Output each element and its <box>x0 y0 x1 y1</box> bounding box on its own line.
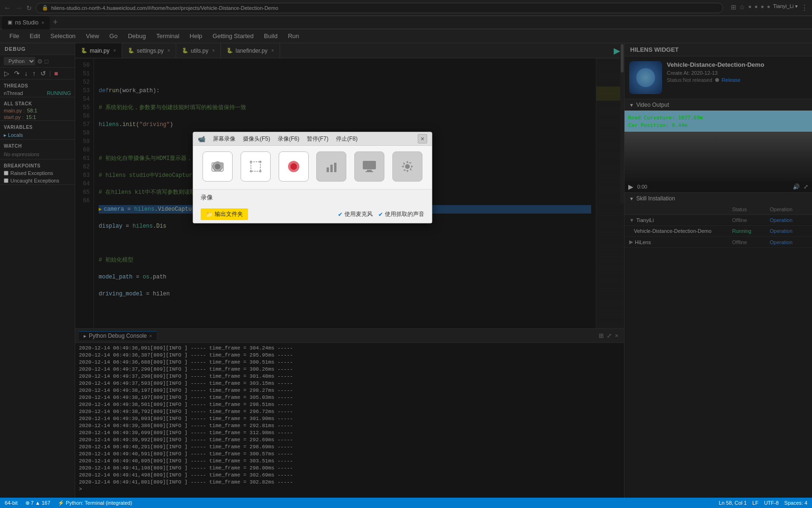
forward-icon[interactable]: → <box>15 4 23 12</box>
dialog-tool-stop[interactable]: 停止(F8) <box>336 135 358 143</box>
skill-row-vehicle-demo[interactable]: Vehicle-Distance-Detection-Demo Running … <box>625 226 812 237</box>
skill-installation-toggle[interactable]: ▼ Skill Installation <box>625 193 812 204</box>
breakpoint-raised[interactable]: Raised Exceptions <box>0 169 75 177</box>
hilens-widget-title: HILENS WIDGET <box>625 43 812 56</box>
dialog-tool-pause[interactable]: 暂停(F7) <box>307 135 328 143</box>
menu-run[interactable]: Run <box>283 31 304 41</box>
play-icon[interactable]: ▶ <box>628 183 633 190</box>
terminal-split-icon[interactable]: ⊞ <box>599 332 604 339</box>
menu-build[interactable]: Build <box>259 31 282 41</box>
release-link[interactable]: Release <box>722 77 741 83</box>
record-icon-btn[interactable] <box>279 151 309 183</box>
call2-line-num: 15:1 <box>26 114 36 120</box>
browser-tab[interactable]: ▣ ns Studio × <box>2 16 50 29</box>
terminal-scrollbar[interactable] <box>620 43 624 203</box>
hilens-chevron-icon: ▶ <box>629 239 633 245</box>
tab-lanefinder-py[interactable]: 🐍 lanefinder.py × <box>221 43 280 58</box>
reload-icon[interactable]: ↻ <box>26 4 32 12</box>
menu-help[interactable]: Help <box>185 31 207 41</box>
bookmark-icon[interactable]: ☆ <box>739 3 745 12</box>
raised-exceptions-checkbox[interactable] <box>4 171 8 175</box>
lock-icon: 🔒 <box>42 5 48 11</box>
menu-selection[interactable]: Selection <box>46 31 80 41</box>
terminal-log-line: 2020-12-14 06:49:39,093[809][INFO ] ----… <box>79 415 620 422</box>
call-item-2[interactable]: start.py : 15:1 <box>0 114 75 120</box>
stop-icon[interactable]: ■ <box>53 69 59 78</box>
skill-row-tianyili[interactable]: ▼ TianyiLi Offline Operation <box>625 215 812 226</box>
volume-icon[interactable]: 🔊 <box>793 183 800 190</box>
dialog-close-button[interactable]: × <box>418 134 427 143</box>
vehicle-demo-operation-link[interactable]: Operation <box>770 228 807 234</box>
mic-checkbox-item[interactable]: ✔ 使用麦克风 <box>338 210 373 218</box>
screen-icon-btn[interactable] <box>354 151 384 183</box>
status-errors[interactable]: ⊗ 7 ▲ 167 <box>25 500 51 506</box>
status-indicator-dot <box>715 78 719 82</box>
play-time-display: 0:00 <box>637 184 647 190</box>
menu-edit[interactable]: Edit <box>25 31 45 41</box>
breakpoints-header: BREAKPOINTS <box>0 161 75 169</box>
output-folder-button[interactable]: 📁 输出文件夹 <box>201 208 248 220</box>
terminal-close-icon[interactable]: × <box>615 332 618 339</box>
new-terminal-icon[interactable]: □ <box>45 58 48 65</box>
lanefinder-py-close-icon[interactable]: × <box>271 48 274 53</box>
breakpoint-uncaught[interactable]: Uncaught Exceptions <box>0 177 75 184</box>
fullscreen-icon[interactable]: ⤢ <box>804 183 808 190</box>
skill-row-hilens[interactable]: ▶ HiLens Offline Operation <box>625 237 812 248</box>
terminal-log-line: 2020-12-14 06:49:38,197[809][INFO ] ----… <box>79 394 620 401</box>
stats-icon-btn[interactable] <box>316 151 346 183</box>
call1-line-num: 58:1 <box>27 108 37 113</box>
menu-view[interactable]: View <box>81 31 104 41</box>
menu-terminal[interactable]: Terminal <box>151 31 184 41</box>
terminal-tab-close-icon[interactable]: × <box>149 333 152 339</box>
step-over-icon[interactable]: ↷ <box>13 69 21 78</box>
dialog-tool-camera[interactable]: 摄像头(F5) <box>243 135 270 143</box>
new-tab-button[interactable]: + <box>50 17 61 27</box>
status-python-env[interactable]: ⚡ Python: Terminal (integrated) <box>58 500 132 506</box>
restart-icon[interactable]: ↺ <box>39 69 47 78</box>
dialog-tool-screen[interactable]: 屏幕录像 <box>213 135 235 143</box>
terminal-content: 2020-12-14 06:49:36,091[809][INFO ] ----… <box>75 343 624 498</box>
tianyili-operation-link[interactable]: Operation <box>770 217 807 223</box>
utils-py-close-icon[interactable]: × <box>212 48 215 53</box>
terminal-tab-python-debug[interactable]: ▸ Python Debug Console × <box>79 331 156 340</box>
capture-checkbox-item[interactable]: ✔ 使用抓取的声音 <box>378 210 424 218</box>
svg-rect-13 <box>363 161 376 169</box>
call-item-1[interactable]: main.py : 58:1 <box>0 107 75 114</box>
call-separator: : <box>23 108 25 113</box>
menu-debug[interactable]: Debug <box>123 31 150 41</box>
video-output-toggle[interactable]: ▼ Video Output <box>625 99 812 111</box>
step-into-icon[interactable]: ↓ <box>23 69 29 78</box>
settings-py-close-icon[interactable]: × <box>167 48 170 53</box>
python-selector[interactable]: Python <box>4 57 35 65</box>
terminal-log-line: 2020-12-14 06:49:41,498[809][INFO ] ----… <box>79 472 620 479</box>
continue-icon[interactable]: ▷ <box>3 69 11 78</box>
back-icon[interactable]: ← <box>4 4 11 12</box>
vehicle-demo-name: Vehicle-Distance-Detection-Demo <box>634 228 732 234</box>
step-out-icon[interactable]: ↑ <box>31 69 37 78</box>
select-area-icon-btn[interactable] <box>241 151 271 183</box>
call-file-2: start.py <box>4 114 21 120</box>
menu-dots-icon[interactable]: ⋮ <box>801 3 808 12</box>
dialog-icon-row <box>193 146 432 190</box>
tab-close-icon[interactable]: × <box>41 20 44 25</box>
divider: | <box>49 70 51 77</box>
screen-record-dialog[interactable]: 📹 屏幕录像 摄像头(F5) 录像(F6) 暂停(F7) 停止(F8) × <box>193 132 432 223</box>
locals-label[interactable]: ▸ Locals <box>4 132 23 138</box>
tab-utils-py[interactable]: 🐍 utils.py × <box>176 43 221 58</box>
tab-settings-py[interactable]: 🐍 settings.py × <box>122 43 176 58</box>
menu-go[interactable]: Go <box>105 31 122 41</box>
tab-main-py[interactable]: 🐍 main.py × <box>75 43 122 58</box>
menu-file[interactable]: File <box>5 31 24 41</box>
camera-icon-btn[interactable] <box>203 151 233 183</box>
settings-gear-icon[interactable]: ⚙ <box>37 58 43 65</box>
terminal-maximize-icon[interactable]: ⤢ <box>607 332 612 339</box>
menu-getting-started[interactable]: Getting Started <box>208 31 258 41</box>
run-button[interactable]: ▶ <box>614 46 620 56</box>
hilens-operation-link[interactable]: Operation <box>770 239 807 245</box>
video-output-section: ▼ Video Output Road Curvature: 1037.69m … <box>625 99 812 193</box>
dialog-tool-record[interactable]: 录像(F6) <box>278 135 299 143</box>
profile-icon[interactable]: Tianyi_Li ▾ <box>773 3 798 12</box>
settings-icon-btn[interactable] <box>392 151 422 183</box>
main-py-close-icon[interactable]: × <box>113 48 116 53</box>
uncaught-exceptions-checkbox[interactable] <box>4 178 8 183</box>
